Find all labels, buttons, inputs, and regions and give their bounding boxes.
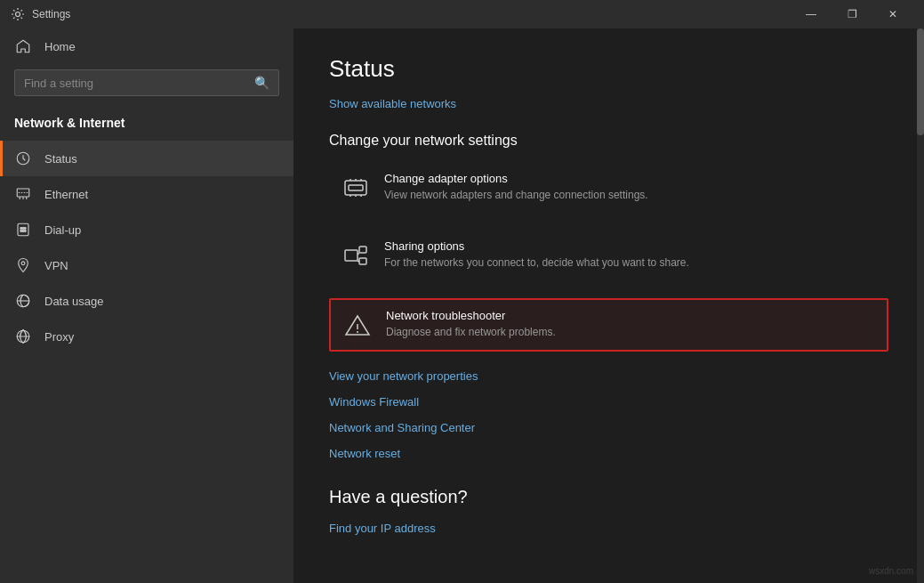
scrollbar-track[interactable] xyxy=(917,28,924,583)
search-input[interactable] xyxy=(24,77,254,90)
svg-rect-14 xyxy=(349,185,363,190)
sidebar-section-title: Network & Internet xyxy=(0,109,293,141)
troubleshooter-desc: Diagnose and fix network problems. xyxy=(386,325,556,340)
datausage-icon xyxy=(14,292,32,310)
sidebar-status-label: Status xyxy=(44,152,77,166)
sharing-icon xyxy=(340,239,372,271)
page-title: Status xyxy=(329,55,888,83)
question-title: Have a question? xyxy=(329,487,888,507)
adapter-title: Change adapter options xyxy=(384,172,648,185)
troubleshooter-title: Network troubleshooter xyxy=(386,309,556,322)
main-content: Status Show available networks Change yo… xyxy=(293,28,924,583)
svg-rect-15 xyxy=(345,250,358,261)
sidebar-item-dialup[interactable]: Dial-up xyxy=(0,212,293,247)
show-networks-link[interactable]: Show available networks xyxy=(329,97,456,110)
status-icon xyxy=(14,150,32,167)
standalone-links: View your network properties Windows Fir… xyxy=(329,369,888,460)
sidebar-item-datausage[interactable]: Data usage xyxy=(0,283,293,319)
network-reset-link[interactable]: Network reset xyxy=(329,447,888,460)
sidebar: Home 🔍 Network & Internet Status Etherne… xyxy=(0,28,293,583)
adapter-text: Change adapter options View network adap… xyxy=(384,172,648,203)
sharing-text: Sharing options For the networks you con… xyxy=(384,239,689,271)
sidebar-item-ethernet[interactable]: Ethernet xyxy=(0,176,293,212)
settings-icon xyxy=(11,7,25,21)
svg-point-5 xyxy=(22,228,24,230)
network-sharing-center-link[interactable]: Network and Sharing Center xyxy=(329,421,888,434)
svg-rect-16 xyxy=(359,247,366,253)
adapter-icon xyxy=(340,172,372,204)
sidebar-proxy-label: Proxy xyxy=(44,330,74,344)
app-body: Home 🔍 Network & Internet Status Etherne… xyxy=(0,28,924,583)
troubleshooter-option[interactable]: Network troubleshooter Diagnose and fix … xyxy=(329,298,888,352)
minimize-button[interactable]: — xyxy=(791,0,832,28)
find-ip-link[interactable]: Find your IP address xyxy=(329,522,436,535)
vpn-icon xyxy=(14,256,32,274)
scrollbar-thumb[interactable] xyxy=(917,28,924,135)
titlebar: Settings — ❐ ✕ xyxy=(0,0,924,28)
sidebar-item-home[interactable]: Home xyxy=(0,28,293,64)
sidebar-home-label: Home xyxy=(44,40,76,53)
troubleshooter-icon xyxy=(341,309,374,341)
watermark: wsxdn.com xyxy=(869,566,913,576)
svg-point-7 xyxy=(20,231,22,232)
change-settings-title: Change your network settings xyxy=(329,133,888,149)
sidebar-item-proxy[interactable]: Proxy xyxy=(0,319,293,354)
svg-point-8 xyxy=(22,231,24,232)
window-controls: — ❐ ✕ xyxy=(791,0,913,28)
adapter-desc: View network adapters and change connect… xyxy=(384,188,648,203)
svg-point-6 xyxy=(24,228,26,230)
sharing-option[interactable]: Sharing options For the networks you con… xyxy=(329,231,888,280)
sidebar-vpn-label: VPN xyxy=(44,259,68,272)
svg-point-4 xyxy=(20,228,22,230)
sidebar-dialup-label: Dial-up xyxy=(44,223,81,237)
sharing-desc: For the networks you connect to, decide … xyxy=(384,255,689,271)
dialup-icon xyxy=(14,221,32,239)
view-properties-link[interactable]: View your network properties xyxy=(329,369,888,383)
svg-point-0 xyxy=(16,12,20,17)
ethernet-icon xyxy=(14,185,32,203)
sidebar-datausage-label: Data usage xyxy=(44,295,104,308)
adapter-option[interactable]: Change adapter options View network adap… xyxy=(329,163,888,213)
sidebar-ethernet-label: Ethernet xyxy=(44,188,88,201)
titlebar-title: Settings xyxy=(32,8,791,20)
sidebar-item-status[interactable]: Status xyxy=(0,141,293,176)
svg-point-9 xyxy=(24,231,26,232)
sharing-title: Sharing options xyxy=(384,239,689,253)
home-icon xyxy=(14,37,32,55)
search-icon[interactable]: 🔍 xyxy=(254,76,269,90)
proxy-icon xyxy=(14,328,32,345)
troubleshooter-text: Network troubleshooter Diagnose and fix … xyxy=(386,309,556,340)
sidebar-item-vpn[interactable]: VPN xyxy=(0,247,293,283)
svg-rect-17 xyxy=(359,258,366,264)
maximize-button[interactable]: ❐ xyxy=(832,0,872,28)
sidebar-search[interactable]: 🔍 xyxy=(14,69,279,96)
close-button[interactable]: ✕ xyxy=(872,0,913,28)
svg-rect-3 xyxy=(18,223,28,236)
windows-firewall-link[interactable]: Windows Firewall xyxy=(329,395,888,409)
svg-point-10 xyxy=(21,262,25,265)
question-section: Have a question? Find your IP address xyxy=(329,487,888,536)
